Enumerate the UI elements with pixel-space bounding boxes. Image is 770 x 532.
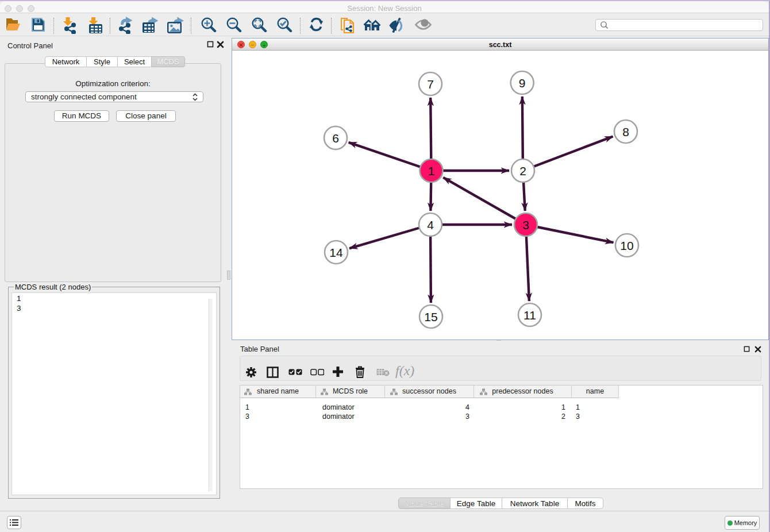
svg-text:15: 15 xyxy=(424,310,437,323)
svg-text:3: 3 xyxy=(522,218,529,232)
svg-text:6: 6 xyxy=(332,132,339,145)
svg-text:4: 4 xyxy=(427,218,434,232)
svg-text:1: 1 xyxy=(428,164,435,178)
svg-text:8: 8 xyxy=(622,125,629,138)
svg-text:2: 2 xyxy=(519,164,526,178)
svg-text:11: 11 xyxy=(523,309,536,322)
svg-text:14: 14 xyxy=(329,246,343,259)
svg-text:7: 7 xyxy=(427,78,434,91)
svg-text:9: 9 xyxy=(519,76,526,90)
svg-text:10: 10 xyxy=(620,239,633,252)
